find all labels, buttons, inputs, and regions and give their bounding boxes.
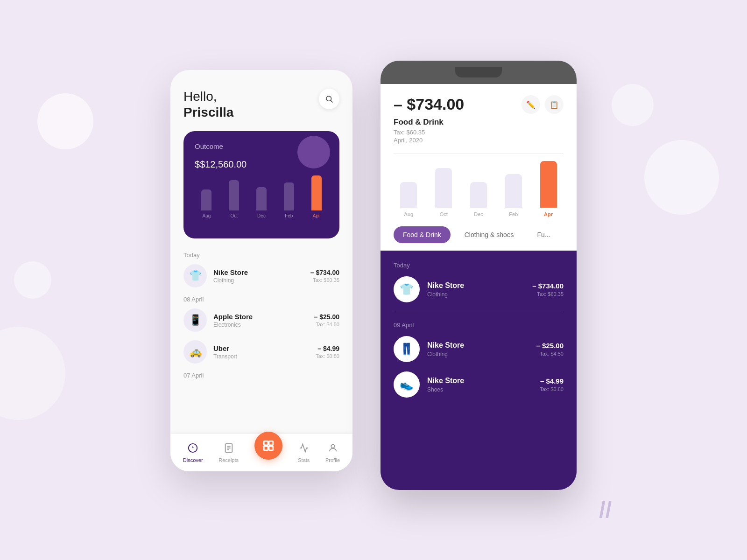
detail-bar-label-oct: Oct bbox=[440, 211, 448, 217]
detail-bar-aug bbox=[400, 182, 417, 208]
tab-clothing-shoes[interactable]: Clothing & shoes bbox=[455, 226, 523, 243]
svg-rect-9 bbox=[269, 441, 273, 445]
detail-bar-group-oct: Oct bbox=[429, 168, 459, 217]
dark-icon-nike-pants: 👖 bbox=[394, 336, 420, 362]
tab-furniture[interactable]: Fu... bbox=[528, 226, 560, 243]
transaction-apple[interactable]: 📱 Apple Store Electronics – $25.00 Tax: … bbox=[183, 308, 339, 332]
transaction-amount-apple: – $25.00 bbox=[314, 313, 340, 321]
bar-group-feb: Feb bbox=[277, 182, 301, 218]
dark-amount-block-nike-pants: – $25.00 Tax: $4.50 bbox=[536, 342, 564, 357]
bar-oct bbox=[229, 180, 239, 210]
dark-transaction-nike-shoes[interactable]: 👟 Nike Store Shoes – $4.99 Tax: $0.80 bbox=[394, 371, 564, 398]
dark-tax-nike-today: Tax: $60.35 bbox=[532, 291, 564, 297]
nav-receipts-label: Receipts bbox=[218, 457, 239, 463]
transaction-tax-apple: Tax: $4.50 bbox=[314, 322, 340, 327]
transaction-info-apple: Apple Store Electronics bbox=[213, 313, 314, 328]
detail-bar-group-aug: Aug bbox=[394, 182, 424, 217]
transaction-tax-nike: Tax: $60.35 bbox=[310, 277, 339, 283]
transaction-info-uber: Uber Transport bbox=[213, 344, 316, 360]
svg-point-0 bbox=[326, 96, 331, 101]
detail-bar-label-dec: Dec bbox=[474, 211, 483, 217]
bar-group-oct: Oct bbox=[222, 180, 246, 218]
profile-icon bbox=[328, 443, 338, 455]
receipts-icon bbox=[224, 443, 234, 455]
section-08april-label: 08 April bbox=[183, 296, 339, 303]
bar-feb bbox=[284, 182, 294, 210]
dark-amount-nike-pants: – $25.00 bbox=[536, 342, 564, 350]
dark-cat-nike-pants: Clothing bbox=[427, 351, 536, 357]
nav-stats[interactable]: Stats bbox=[298, 443, 310, 463]
nav-fab-button[interactable] bbox=[254, 432, 282, 460]
chart-divider bbox=[394, 153, 564, 154]
transaction-name-nike: Nike Store bbox=[213, 268, 310, 276]
nav-discover[interactable]: Discover bbox=[183, 443, 203, 463]
transaction-icon-nike: 👕 bbox=[183, 264, 207, 287]
bar-label-dec: Dec bbox=[257, 213, 266, 218]
dark-name-nike-today: Nike Store bbox=[427, 281, 532, 290]
dark-info-nike-today: Nike Store Clothing bbox=[427, 281, 532, 298]
decorative-slash: // bbox=[599, 497, 612, 523]
transaction-category-uber: Transport bbox=[213, 353, 316, 360]
detail-bar-label-feb: Feb bbox=[509, 211, 518, 217]
nav-receipts[interactable]: Receipts bbox=[218, 443, 239, 463]
detail-bar-group-feb: Feb bbox=[498, 174, 529, 217]
transaction-amount-nike: – $734.00 bbox=[310, 269, 339, 276]
phones-container: Hello, Priscilla Outcome $$12,560.00 bbox=[170, 70, 577, 490]
phone2-dark-section: Today 👕 Nike Store Clothing – $734.00 Ta… bbox=[381, 251, 577, 490]
nav-discover-label: Discover bbox=[183, 457, 203, 463]
bar-group-apr: Apr bbox=[304, 175, 328, 218]
transaction-category-nike: Clothing bbox=[213, 277, 310, 284]
phone-1: Hello, Priscilla Outcome $$12,560.00 bbox=[170, 70, 352, 471]
svg-point-12 bbox=[331, 444, 334, 448]
transaction-amount-block-apple: – $25.00 Tax: $4.50 bbox=[314, 313, 340, 327]
bar-label-feb: Feb bbox=[285, 213, 293, 218]
detail-amount: – $734.00 bbox=[394, 95, 464, 113]
outcome-chart: Aug Oct Dec Feb bbox=[195, 181, 328, 218]
detail-date: April, 2020 bbox=[394, 137, 564, 144]
nav-profile-label: Profile bbox=[325, 457, 340, 463]
greeting-name: Priscilla bbox=[183, 105, 233, 120]
phone2-chart-area: Aug Oct Dec Feb Apr bbox=[381, 153, 577, 217]
svg-marker-3 bbox=[192, 446, 194, 448]
category-tabs: Food & Drink Clothing & shoes Fu... bbox=[381, 217, 577, 251]
dark-name-nike-pants: Nike Store bbox=[427, 341, 536, 350]
bar-label-oct: Oct bbox=[230, 213, 238, 218]
greeting-text: Hello, bbox=[183, 89, 233, 105]
transaction-category-apple: Electronics bbox=[213, 322, 314, 328]
dark-cat-nike-today: Clothing bbox=[427, 291, 532, 298]
dark-tax-nike-shoes: Tax: $0.80 bbox=[540, 386, 564, 392]
detail-bar-label-aug: Aug bbox=[404, 211, 414, 217]
dark-icon-nike-shoes: 👟 bbox=[394, 371, 420, 398]
detail-header: – $734.00 ✏️ 📋 bbox=[394, 95, 564, 114]
transaction-icon-uber: 🚕 bbox=[183, 340, 207, 364]
dark-transaction-nike-pants[interactable]: 👖 Nike Store Clothing – $25.00 Tax: $4.5… bbox=[394, 336, 564, 362]
svg-point-2 bbox=[189, 443, 197, 452]
detail-bar-apr bbox=[540, 161, 557, 208]
dark-divider bbox=[394, 312, 564, 312]
edit-button[interactable]: ✏️ bbox=[521, 95, 540, 114]
transaction-uber[interactable]: 🚕 Uber Transport – $4.99 Tax: $0.80 bbox=[183, 340, 339, 364]
transaction-info-nike: Nike Store Clothing bbox=[213, 268, 310, 284]
tab-food-drink[interactable]: Food & Drink bbox=[394, 226, 451, 243]
phone2-notch bbox=[455, 67, 502, 77]
detail-bar-dec bbox=[470, 182, 487, 208]
search-button[interactable] bbox=[319, 89, 339, 109]
dark-transaction-nike-today[interactable]: 👕 Nike Store Clothing – $734.00 Tax: $60… bbox=[394, 276, 564, 302]
dark-amount-nike-today: – $734.00 bbox=[532, 282, 564, 290]
bar-label-aug: Aug bbox=[203, 213, 211, 218]
outcome-symbol: $ bbox=[195, 159, 200, 169]
dark-icon-nike-today: 👕 bbox=[394, 276, 420, 302]
compass-icon bbox=[188, 443, 198, 455]
transaction-nike-today[interactable]: 👕 Nike Store Clothing – $734.00 Tax: $60… bbox=[183, 264, 339, 287]
transaction-name-uber: Uber bbox=[213, 344, 316, 352]
list-button[interactable]: 📋 bbox=[545, 95, 564, 114]
transaction-amount-block-nike: – $734.00 Tax: $60.35 bbox=[310, 269, 339, 283]
svg-rect-11 bbox=[269, 446, 273, 450]
outcome-card: Outcome $$12,560.00 Aug Oct bbox=[183, 131, 339, 238]
dark-tax-nike-pants: Tax: $4.50 bbox=[536, 351, 564, 357]
phone2-white-section: – $734.00 ✏️ 📋 Food & Drink Tax: $60.35 … bbox=[381, 84, 577, 153]
transaction-icon-apple: 📱 bbox=[183, 308, 207, 332]
detail-action-buttons: ✏️ 📋 bbox=[521, 95, 564, 114]
transaction-name-apple: Apple Store bbox=[213, 313, 314, 321]
nav-profile[interactable]: Profile bbox=[325, 443, 340, 463]
